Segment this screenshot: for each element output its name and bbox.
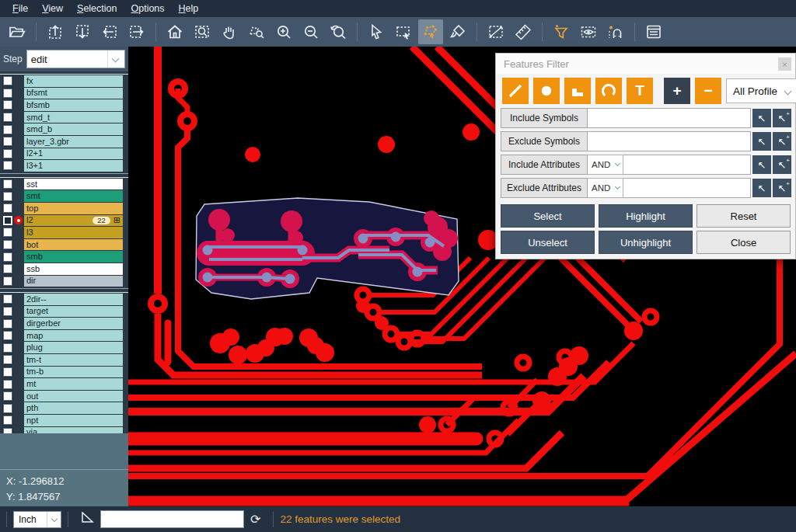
features-filter-icon[interactable] — [549, 19, 574, 44]
clear-brush-icon[interactable] — [445, 19, 470, 44]
layer-visibility-checkbox[interactable] — [3, 331, 12, 340]
layer-row-sst[interactable]: sst — [0, 179, 128, 190]
layer-name[interactable]: dirgerber — [24, 318, 123, 329]
layer-row-smb[interactable]: smb — [0, 251, 128, 263]
open-folder-icon[interactable] — [5, 19, 30, 44]
layer-row-smd_b[interactable]: smd_b — [0, 123, 128, 135]
layer-name[interactable]: plug — [24, 342, 123, 353]
exclude-mode-button[interactable]: − — [695, 78, 721, 104]
menu-file[interactable]: File — [6, 2, 34, 16]
layer-row-pth[interactable]: pth — [0, 402, 128, 414]
layer-visibility-checkbox[interactable] — [3, 343, 12, 353]
layer-row-ssb[interactable]: ssb — [0, 263, 128, 275]
grid-icon[interactable]: ⊞ — [113, 216, 120, 224]
pan-up-icon[interactable] — [43, 19, 68, 44]
menu-selection[interactable]: Selection — [71, 2, 123, 16]
layer-visibility-checkbox[interactable] — [3, 264, 12, 273]
layer-visibility-checkbox[interactable] — [3, 380, 12, 389]
menu-options[interactable]: Options — [124, 2, 170, 16]
layer-row-l3+1[interactable]: l3+1 — [0, 160, 128, 172]
layer-name[interactable]: sst — [24, 179, 123, 190]
include-attributes-input[interactable] — [623, 155, 751, 175]
step-dropdown[interactable]: edit — [26, 50, 125, 68]
zoom-window-icon[interactable] — [190, 19, 215, 44]
layer-visibility-checkbox[interactable] — [3, 192, 12, 201]
pick-attribute-icon[interactable]: ↖ — [752, 179, 771, 197]
zoom-previous-icon[interactable] — [326, 19, 351, 44]
include-mode-button[interactable]: + — [664, 78, 690, 104]
ruler-icon[interactable] — [511, 19, 536, 44]
layer-name[interactable]: out — [24, 391, 123, 402]
pan-hand-icon[interactable] — [217, 19, 242, 44]
layer-visibility-checkbox[interactable] — [3, 367, 12, 377]
home-view-icon[interactable] — [162, 19, 187, 44]
rectangle-select-icon[interactable] — [391, 19, 416, 44]
layer-row-bot[interactable]: bot — [0, 239, 128, 251]
layer-name[interactable]: ssb — [24, 263, 123, 275]
layer-row-l2[interactable]: l222⊞ — [0, 215, 128, 227]
units-dropdown[interactable]: Inch — [13, 511, 61, 528]
layer-visibility-checkbox[interactable] — [3, 307, 12, 316]
layer-name[interactable]: smb — [24, 251, 123, 263]
layer-visibility-checkbox[interactable] — [3, 149, 12, 158]
unselect-button[interactable]: Unselect — [501, 231, 595, 254]
select-cursor-icon[interactable] — [364, 19, 389, 44]
layer-visibility-checkbox[interactable] — [3, 228, 12, 237]
layer-name[interactable]: l3+1 — [24, 160, 123, 172]
pick-add-symbol-icon[interactable]: ↖+ — [773, 132, 791, 151]
layer-row-tm-b[interactable]: tm-b — [0, 367, 128, 378]
include-symbols-button[interactable]: Include Symbols — [501, 108, 588, 128]
layer-row-2dir--[interactable]: 2dir-- — [0, 294, 128, 305]
unhighlight-button[interactable]: Unhighlight — [599, 231, 693, 254]
layer-name[interactable]: smd_t — [24, 112, 123, 123]
layer-name[interactable]: smd_b — [24, 123, 123, 135]
refresh-icon[interactable]: ⟳ — [250, 512, 260, 527]
layer-row-smd_t[interactable]: smd_t — [0, 112, 128, 123]
layer-visibility-checkbox[interactable] — [3, 240, 12, 249]
menu-view[interactable]: View — [36, 2, 69, 16]
layer-name[interactable]: tm-b — [24, 367, 123, 378]
layers-panel-icon[interactable] — [641, 19, 666, 44]
layer-name[interactable]: bfsmt — [24, 88, 123, 99]
layer-visibility-checkbox[interactable] — [3, 319, 12, 329]
exclude-symbols-button[interactable]: Exclude Symbols — [501, 131, 588, 151]
pick-add-symbol-icon[interactable]: ↖+ — [773, 109, 791, 127]
layer-visibility-checkbox[interactable] — [3, 179, 12, 189]
layer-visibility-checkbox[interactable] — [3, 100, 12, 110]
layer-visibility-checkbox[interactable] — [3, 391, 12, 401]
layer-row-out[interactable]: out — [0, 391, 128, 402]
layer-name[interactable]: l222⊞ — [24, 215, 123, 227]
corner-angle-icon[interactable] — [81, 512, 94, 527]
layer-visibility-checkbox[interactable] — [3, 125, 12, 134]
layer-name[interactable]: 2dir-- — [24, 294, 123, 305]
pick-attribute-icon[interactable]: ↖ — [752, 155, 771, 174]
include-attributes-button[interactable]: Include Attributes — [501, 155, 588, 175]
layer-row-smt[interactable]: smt — [0, 190, 128, 202]
pad-feature-button[interactable] — [533, 78, 560, 104]
layer-name[interactable]: npt — [24, 415, 123, 426]
include-attributes-logic-dropdown[interactable]: AND — [588, 155, 623, 175]
layer-row-tm-t[interactable]: tm-t — [0, 354, 128, 366]
zoom-in-icon[interactable] — [271, 19, 296, 44]
pan-down-icon[interactable] — [70, 19, 95, 44]
layer-row-dir[interactable]: dir — [0, 276, 128, 287]
surface-feature-button[interactable] — [564, 78, 591, 104]
layer-row-npt[interactable]: npt — [0, 415, 128, 426]
layer-visibility-checkbox[interactable] — [3, 113, 12, 122]
pan-right-icon[interactable] — [124, 19, 149, 44]
layer-name[interactable]: top — [24, 203, 123, 214]
layer-name[interactable]: map — [24, 330, 123, 342]
profile-dropdown[interactable]: All Profile — [726, 78, 796, 103]
text-feature-button[interactable]: T — [627, 78, 653, 104]
reset-button[interactable]: Reset — [696, 204, 791, 228]
exclude-attributes-button[interactable]: Exclude Attributes — [501, 178, 588, 198]
layer-name[interactable]: fx — [24, 75, 123, 87]
exclude-attributes-logic-dropdown[interactable]: AND — [588, 178, 623, 198]
layer-row-bfsmt[interactable]: bfsmt — [0, 88, 128, 99]
layer-row-bfsmb[interactable]: bfsmb — [0, 99, 128, 111]
layer-row-plug[interactable]: plug — [0, 342, 128, 353]
pick-symbol-icon[interactable]: ↖ — [752, 109, 771, 127]
layer-row-l2+1[interactable]: l2+1 — [0, 148, 128, 160]
layer-row-top[interactable]: top — [0, 203, 128, 214]
layer-name[interactable]: smt — [24, 190, 123, 202]
